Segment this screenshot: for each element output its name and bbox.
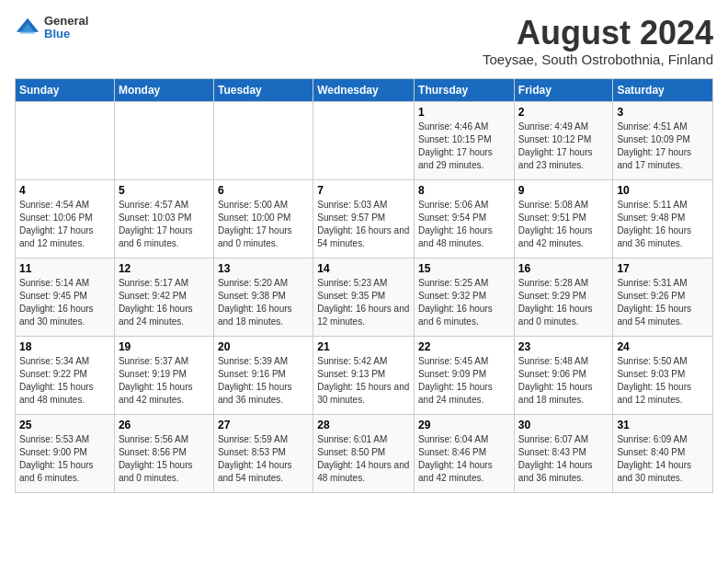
day-content: Sunrise: 5:53 AMSunset: 9:00 PMDaylight:… <box>19 433 110 485</box>
calendar-cell: 22Sunrise: 5:45 AMSunset: 9:09 PMDayligh… <box>415 336 515 414</box>
calendar-cell: 29Sunrise: 6:04 AMSunset: 8:46 PMDayligh… <box>415 414 515 492</box>
calendar-cell: 28Sunrise: 6:01 AMSunset: 8:50 PMDayligh… <box>313 414 415 492</box>
page-header: General Blue August 2024 Toeysae, South … <box>15 15 713 67</box>
calendar-cell: 2Sunrise: 4:49 AMSunset: 10:12 PMDayligh… <box>514 101 613 179</box>
day-number: 13 <box>218 262 309 275</box>
day-content: Sunrise: 5:17 AMSunset: 9:42 PMDaylight:… <box>119 277 210 328</box>
day-content: Sunrise: 5:08 AMSunset: 9:51 PMDaylight:… <box>518 199 609 250</box>
day-content: Sunrise: 6:04 AMSunset: 8:46 PMDaylight:… <box>418 433 510 485</box>
calendar-cell: 26Sunrise: 5:56 AMSunset: 8:56 PMDayligh… <box>114 414 213 492</box>
title-area: August 2024 Toeysae, South Ostrobothnia,… <box>483 15 713 67</box>
calendar-cell <box>313 101 415 179</box>
day-content: Sunrise: 5:25 AMSunset: 9:32 PMDaylight:… <box>418 277 510 328</box>
logo-general: General <box>44 15 88 28</box>
calendar-week-3: 11Sunrise: 5:14 AMSunset: 9:45 PMDayligh… <box>16 258 713 336</box>
header-cell-thursday: Thursday <box>415 78 515 101</box>
day-number: 29 <box>418 419 510 431</box>
day-number: 5 <box>119 184 210 197</box>
day-content: Sunrise: 5:59 AMSunset: 8:53 PMDaylight:… <box>218 433 309 485</box>
calendar-cell: 31Sunrise: 6:09 AMSunset: 8:40 PMDayligh… <box>613 414 713 492</box>
calendar-cell: 8Sunrise: 5:06 AMSunset: 9:54 PMDaylight… <box>415 179 515 258</box>
day-number: 8 <box>418 184 510 197</box>
calendar-cell: 4Sunrise: 4:54 AMSunset: 10:06 PMDayligh… <box>16 179 115 258</box>
day-content: Sunrise: 4:51 AMSunset: 10:09 PMDaylight… <box>617 121 709 172</box>
calendar-cell: 10Sunrise: 5:11 AMSunset: 9:48 PMDayligh… <box>613 179 713 258</box>
calendar-cell: 14Sunrise: 5:23 AMSunset: 9:35 PMDayligh… <box>313 258 415 336</box>
header-cell-sunday: Sunday <box>16 78 115 101</box>
day-number: 24 <box>617 340 709 353</box>
day-content: Sunrise: 5:28 AMSunset: 9:29 PMDaylight:… <box>518 277 609 328</box>
day-content: Sunrise: 5:37 AMSunset: 9:19 PMDaylight:… <box>119 355 210 407</box>
day-content: Sunrise: 6:01 AMSunset: 8:50 PMDaylight:… <box>317 433 410 485</box>
calendar-cell: 1Sunrise: 4:46 AMSunset: 10:15 PMDayligh… <box>415 101 515 179</box>
day-number: 22 <box>418 340 510 353</box>
day-number: 7 <box>317 184 410 197</box>
header-row: SundayMondayTuesdayWednesdayThursdayFrid… <box>16 78 713 101</box>
day-number: 12 <box>119 262 210 275</box>
logo-icon <box>15 15 40 40</box>
day-content: Sunrise: 5:50 AMSunset: 9:03 PMDaylight:… <box>617 355 709 407</box>
day-number: 28 <box>317 419 410 431</box>
day-content: Sunrise: 6:07 AMSunset: 8:43 PMDaylight:… <box>518 433 609 485</box>
calendar-cell: 27Sunrise: 5:59 AMSunset: 8:53 PMDayligh… <box>213 414 313 492</box>
day-content: Sunrise: 5:42 AMSunset: 9:13 PMDaylight:… <box>317 355 410 407</box>
month-year: August 2024 <box>483 15 713 52</box>
day-content: Sunrise: 5:39 AMSunset: 9:16 PMDaylight:… <box>218 355 309 407</box>
calendar-cell: 12Sunrise: 5:17 AMSunset: 9:42 PMDayligh… <box>114 258 213 336</box>
day-number: 2 <box>518 106 609 119</box>
calendar-cell: 20Sunrise: 5:39 AMSunset: 9:16 PMDayligh… <box>213 336 313 414</box>
calendar-cell <box>16 101 115 179</box>
day-number: 19 <box>119 340 210 353</box>
calendar-cell: 7Sunrise: 5:03 AMSunset: 9:57 PMDaylight… <box>313 179 415 258</box>
day-content: Sunrise: 5:23 AMSunset: 9:35 PMDaylight:… <box>317 277 410 328</box>
calendar-week-5: 25Sunrise: 5:53 AMSunset: 9:00 PMDayligh… <box>16 414 713 492</box>
day-content: Sunrise: 5:03 AMSunset: 9:57 PMDaylight:… <box>317 199 410 250</box>
calendar-cell: 21Sunrise: 5:42 AMSunset: 9:13 PMDayligh… <box>313 336 415 414</box>
calendar-week-1: 1Sunrise: 4:46 AMSunset: 10:15 PMDayligh… <box>16 101 713 179</box>
day-number: 31 <box>617 419 709 431</box>
header-cell-friday: Friday <box>514 78 613 101</box>
day-content: Sunrise: 5:11 AMSunset: 9:48 PMDaylight:… <box>617 199 709 250</box>
day-content: Sunrise: 4:46 AMSunset: 10:15 PMDaylight… <box>418 121 510 172</box>
day-content: Sunrise: 4:54 AMSunset: 10:06 PMDaylight… <box>19 199 110 250</box>
logo-text: General Blue <box>44 15 88 41</box>
day-number: 3 <box>617 106 709 119</box>
calendar-cell: 6Sunrise: 5:00 AMSunset: 10:00 PMDayligh… <box>213 179 313 258</box>
day-number: 15 <box>418 262 510 275</box>
day-content: Sunrise: 5:48 AMSunset: 9:06 PMDaylight:… <box>518 355 609 407</box>
calendar-body: 1Sunrise: 4:46 AMSunset: 10:15 PMDayligh… <box>16 101 713 492</box>
day-number: 9 <box>518 184 609 197</box>
header-cell-wednesday: Wednesday <box>313 78 415 101</box>
calendar-cell: 24Sunrise: 5:50 AMSunset: 9:03 PMDayligh… <box>613 336 713 414</box>
day-content: Sunrise: 5:20 AMSunset: 9:38 PMDaylight:… <box>218 277 309 328</box>
day-content: Sunrise: 5:14 AMSunset: 9:45 PMDaylight:… <box>19 277 110 328</box>
day-number: 26 <box>119 419 210 431</box>
calendar-cell <box>213 101 313 179</box>
day-number: 4 <box>19 184 110 197</box>
day-number: 21 <box>317 340 410 353</box>
calendar-cell: 11Sunrise: 5:14 AMSunset: 9:45 PMDayligh… <box>16 258 115 336</box>
day-content: Sunrise: 5:06 AMSunset: 9:54 PMDaylight:… <box>418 199 510 250</box>
calendar-cell: 16Sunrise: 5:28 AMSunset: 9:29 PMDayligh… <box>514 258 613 336</box>
day-number: 17 <box>617 262 709 275</box>
day-number: 6 <box>218 184 309 197</box>
calendar-cell: 13Sunrise: 5:20 AMSunset: 9:38 PMDayligh… <box>213 258 313 336</box>
day-number: 25 <box>19 419 110 431</box>
logo-blue: Blue <box>44 28 88 40</box>
header-cell-monday: Monday <box>114 78 213 101</box>
day-content: Sunrise: 4:57 AMSunset: 10:03 PMDaylight… <box>119 199 210 250</box>
day-number: 18 <box>19 340 110 353</box>
day-content: Sunrise: 5:00 AMSunset: 10:00 PMDaylight… <box>218 199 309 250</box>
calendar-week-4: 18Sunrise: 5:34 AMSunset: 9:22 PMDayligh… <box>16 336 713 414</box>
calendar-cell: 9Sunrise: 5:08 AMSunset: 9:51 PMDaylight… <box>514 179 613 258</box>
day-content: Sunrise: 5:56 AMSunset: 8:56 PMDaylight:… <box>119 433 210 485</box>
day-number: 27 <box>218 419 309 431</box>
calendar-cell: 30Sunrise: 6:07 AMSunset: 8:43 PMDayligh… <box>514 414 613 492</box>
calendar-table: SundayMondayTuesdayWednesdayThursdayFrid… <box>15 78 713 493</box>
calendar-cell: 17Sunrise: 5:31 AMSunset: 9:26 PMDayligh… <box>613 258 713 336</box>
day-content: Sunrise: 5:34 AMSunset: 9:22 PMDaylight:… <box>19 355 110 407</box>
day-content: Sunrise: 5:31 AMSunset: 9:26 PMDaylight:… <box>617 277 709 328</box>
day-number: 11 <box>19 262 110 275</box>
calendar-cell: 18Sunrise: 5:34 AMSunset: 9:22 PMDayligh… <box>16 336 115 414</box>
calendar-cell: 3Sunrise: 4:51 AMSunset: 10:09 PMDayligh… <box>613 101 713 179</box>
